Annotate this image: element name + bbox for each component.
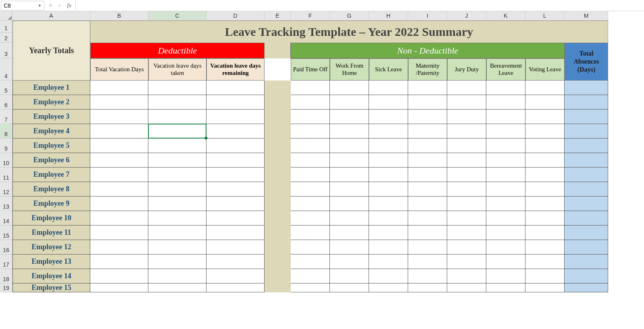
cell-K9[interactable] — [486, 139, 525, 153]
cell-C7[interactable] — [148, 110, 206, 124]
cell-E7[interactable] — [265, 110, 291, 124]
formula-input[interactable] — [75, 1, 643, 10]
cell-E5[interactable] — [265, 81, 291, 95]
cell-M15[interactable] — [565, 226, 608, 240]
cell-I11[interactable] — [408, 168, 447, 182]
employee-name-cell[interactable]: Employee 1 — [13, 81, 90, 95]
cell-D18[interactable] — [206, 269, 265, 283]
cell-M8[interactable] — [565, 124, 608, 139]
cell-M10[interactable] — [565, 153, 608, 168]
cell-D8[interactable] — [206, 124, 265, 139]
total-absences-header[interactable]: Total Absences (Days) — [565, 43, 608, 81]
cell-I14[interactable] — [408, 211, 447, 226]
cell-L16[interactable] — [525, 240, 565, 255]
cell-L9[interactable] — [525, 139, 565, 153]
row-header-6[interactable]: 6 — [0, 95, 13, 110]
cell-B8[interactable] — [90, 124, 148, 139]
cell-J13[interactable] — [447, 197, 486, 211]
cell-I8[interactable] — [408, 124, 447, 139]
cell-J15[interactable] — [447, 226, 486, 240]
col-header-B[interactable]: B — [90, 11, 148, 21]
row-header-3[interactable]: 3 — [0, 43, 13, 58]
row-header-17[interactable]: 17 — [0, 255, 13, 269]
cell-C11[interactable] — [148, 168, 206, 182]
cell-C12[interactable] — [148, 182, 206, 197]
header-bereavement-leave[interactable]: Bereavement Leave — [486, 58, 525, 81]
cell-C6[interactable] — [148, 95, 206, 110]
cell-M17[interactable] — [565, 255, 608, 269]
cell-K19[interactable] — [486, 283, 525, 292]
cell-C14[interactable] — [148, 211, 206, 226]
cell-M18[interactable] — [565, 269, 608, 283]
cell-I6[interactable] — [408, 95, 447, 110]
row-header-1[interactable]: 1 — [0, 21, 13, 33]
cell-B16[interactable] — [90, 240, 148, 255]
cell-C18[interactable] — [148, 269, 206, 283]
cell-H10[interactable] — [369, 153, 408, 168]
cell-H11[interactable] — [369, 168, 408, 182]
select-all-corner[interactable] — [0, 11, 13, 21]
cell-I15[interactable] — [408, 226, 447, 240]
cell-G14[interactable] — [330, 211, 369, 226]
cell-J12[interactable] — [447, 182, 486, 197]
cell-G16[interactable] — [330, 240, 369, 255]
deductible-header[interactable]: Deductible — [90, 43, 265, 58]
cell-H13[interactable] — [369, 197, 408, 211]
row-header-7[interactable]: 7 — [0, 110, 13, 124]
cell-E13[interactable] — [265, 197, 291, 211]
col-header-E[interactable]: E — [265, 11, 291, 21]
cell-B15[interactable] — [90, 226, 148, 240]
cell-H8[interactable] — [369, 124, 408, 139]
cell-E18[interactable] — [265, 269, 291, 283]
cell-K18[interactable] — [486, 269, 525, 283]
cell-E6[interactable] — [265, 95, 291, 110]
cell-I5[interactable] — [408, 81, 447, 95]
cell-G12[interactable] — [330, 182, 369, 197]
cell-L6[interactable] — [525, 95, 565, 110]
cell-I9[interactable] — [408, 139, 447, 153]
employee-name-cell[interactable]: Employee 13 — [13, 255, 90, 269]
cell-F13[interactable] — [291, 197, 330, 211]
cell-L10[interactable] — [525, 153, 565, 168]
cell-K12[interactable] — [486, 182, 525, 197]
cell-F11[interactable] — [291, 168, 330, 182]
enter-icon[interactable]: ✓ — [58, 2, 62, 8]
header-vacation-days-remaining[interactable]: Vacation leave days remaining — [206, 58, 265, 81]
cell-C10[interactable] — [148, 153, 206, 168]
cell-J17[interactable] — [447, 255, 486, 269]
col-header-K[interactable]: K — [486, 11, 525, 21]
cell-H5[interactable] — [369, 81, 408, 95]
cell-D13[interactable] — [206, 197, 265, 211]
header-vacation-days-taken[interactable]: Vacation leave days taken — [148, 58, 206, 81]
cell-D7[interactable] — [206, 110, 265, 124]
cell-M7[interactable] — [565, 110, 608, 124]
cell-K13[interactable] — [486, 197, 525, 211]
cell-F5[interactable] — [291, 81, 330, 95]
cell-B12[interactable] — [90, 182, 148, 197]
yearly-totals-header[interactable]: Yearly Totals — [13, 21, 90, 81]
cell-L14[interactable] — [525, 211, 565, 226]
cell-J6[interactable] — [447, 95, 486, 110]
cancel-icon[interactable]: ✕ — [48, 2, 53, 8]
cell-B11[interactable] — [90, 168, 148, 182]
cell-H12[interactable] — [369, 182, 408, 197]
cell-H16[interactable] — [369, 240, 408, 255]
row-header-12[interactable]: 12 — [0, 182, 13, 197]
cell-I18[interactable] — [408, 269, 447, 283]
cell-B9[interactable] — [90, 139, 148, 153]
col-header-A[interactable]: A — [13, 11, 90, 21]
cell-H17[interactable] — [369, 255, 408, 269]
cell-J8[interactable] — [447, 124, 486, 139]
cell-H7[interactable] — [369, 110, 408, 124]
cell-D9[interactable] — [206, 139, 265, 153]
cell-E19[interactable] — [265, 283, 291, 292]
cell-D10[interactable] — [206, 153, 265, 168]
cell-L12[interactable] — [525, 182, 565, 197]
cell-J16[interactable] — [447, 240, 486, 255]
header-work-from-home[interactable]: Work From Home — [330, 58, 369, 81]
cell-B14[interactable] — [90, 211, 148, 226]
cell-F19[interactable] — [291, 283, 330, 292]
cell-J9[interactable] — [447, 139, 486, 153]
cell-C5[interactable] — [148, 81, 206, 95]
cell-M16[interactable] — [565, 240, 608, 255]
